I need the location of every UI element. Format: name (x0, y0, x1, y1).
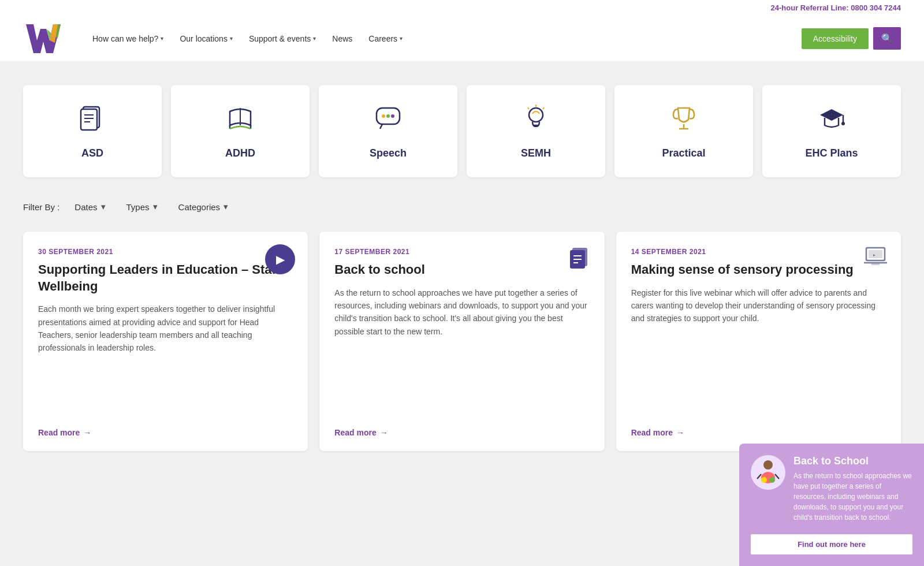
chevron-down-icon: ▾ (101, 202, 106, 212)
filter-types[interactable]: Types ▾ (121, 198, 163, 215)
nav-our-locations[interactable]: Our locations ▾ (174, 29, 238, 48)
svg-marker-23 (820, 109, 843, 121)
category-label-adhd: ADHD (225, 147, 255, 159)
svg-point-25 (841, 122, 845, 125)
nav-how-can-we-help[interactable]: How can we help? ▾ (87, 29, 169, 48)
chevron-down-icon: ▾ (161, 35, 163, 42)
top-bar: 24-hour Referral Line: 0800 304 7244 (0, 0, 924, 16)
popup-desc: As the return to school approaches we ha… (793, 471, 912, 474)
bulb-icon (521, 103, 551, 139)
article-title-0: Supporting Leaders in Education – Staff … (38, 262, 293, 295)
article-title-2: Making sense of sensory processing (631, 262, 886, 278)
nav-news[interactable]: News (326, 29, 358, 48)
svg-point-13 (382, 114, 385, 118)
chevron-down-icon: ▾ (223, 202, 228, 212)
laptop-icon (863, 244, 888, 273)
search-button[interactable]: 🔍 (873, 27, 901, 50)
article-cards: ▶ 30 SEPTEMBER 2021 Supporting Leaders i… (23, 232, 901, 451)
popup-header: Back to School As the return to school a… (751, 455, 912, 474)
category-label-semh: SEMH (521, 147, 551, 159)
article-read-more-1[interactable]: Read more → (334, 428, 589, 437)
nav-bar: How can we help? ▾ Our locations ▾ Suppo… (0, 16, 924, 62)
article-date-1: 17 SEPTEMBER 2021 (334, 248, 589, 256)
svg-point-14 (386, 114, 390, 118)
svg-point-15 (391, 114, 394, 118)
document-icon (77, 103, 107, 139)
article-read-more-2[interactable]: Read more → (631, 428, 886, 437)
category-card-ehc[interactable]: EHC Plans (762, 85, 901, 177)
category-label-asd: ASD (81, 147, 103, 159)
svg-rect-32 (869, 250, 882, 258)
article-read-more-0[interactable]: Read more → (38, 428, 293, 437)
filter-bar: Filter By : Dates ▾ Types ▾ Categories ▾ (23, 198, 901, 215)
category-card-asd[interactable]: ASD (23, 85, 162, 177)
popup-content: Back to School As the return to school a… (793, 455, 912, 474)
article-date-2: 14 SEPTEMBER 2021 (631, 248, 886, 256)
article-desc-0: Each month we bring expert speakers toge… (38, 303, 293, 414)
article-desc-1: As the return to school approaches we ha… (334, 286, 589, 414)
svg-point-16 (529, 108, 543, 122)
book-icon (225, 103, 255, 139)
nav-right: Accessibility 🔍 (802, 27, 901, 50)
referral-line: 24-hour Referral Line: 0800 304 7244 (771, 3, 901, 12)
arrow-right-icon: → (676, 428, 684, 437)
article-title-1: Back to school (334, 262, 589, 278)
category-cards: ASD ADHD (23, 85, 901, 177)
category-card-practical[interactable]: Practical (614, 85, 753, 177)
chevron-down-icon: ▾ (400, 35, 403, 42)
article-date-0: 30 SEPTEMBER 2021 (38, 248, 293, 256)
svg-rect-7 (81, 109, 97, 130)
svg-line-20 (528, 107, 529, 109)
category-card-adhd[interactable]: ADHD (171, 85, 310, 177)
svg-point-36 (761, 472, 775, 474)
nav-links: How can we help? ▾ Our locations ▾ Suppo… (87, 29, 802, 48)
filter-by-label: Filter By : (23, 202, 59, 212)
arrow-right-icon: → (83, 428, 91, 437)
category-label-speech: Speech (370, 147, 407, 159)
popup-overlay: Back to School As the return to school a… (739, 444, 924, 474)
chevron-down-icon: ▾ (230, 35, 233, 42)
logo[interactable] (23, 18, 64, 59)
svg-point-35 (763, 460, 773, 470)
popup-title: Back to School (793, 455, 912, 467)
filter-dates[interactable]: Dates ▾ (69, 198, 111, 215)
chevron-down-icon: ▾ (153, 202, 158, 212)
category-label-ehc: EHC Plans (805, 147, 858, 159)
docs-icon (567, 244, 592, 275)
arrow-right-icon: → (380, 428, 388, 437)
article-desc-2: Register for this live webinar which wil… (631, 286, 886, 414)
chevron-down-icon: ▾ (313, 35, 316, 42)
accessibility-button[interactable]: Accessibility (802, 28, 869, 49)
nav-support-events[interactable]: Support & events ▾ (243, 29, 322, 48)
category-card-speech[interactable]: Speech (319, 85, 457, 177)
trophy-icon (669, 103, 699, 139)
article-card-2: 14 SEPTEMBER 2021 Making sense of sensor… (616, 232, 901, 451)
video-icon: ▶ (265, 244, 295, 274)
category-label-practical: Practical (662, 147, 705, 159)
svg-line-19 (543, 107, 544, 109)
filter-categories[interactable]: Categories ▾ (173, 198, 234, 215)
category-card-semh[interactable]: SEMH (467, 85, 605, 177)
main-content: ASD ADHD (0, 62, 924, 474)
chat-icon (373, 103, 403, 139)
graduation-icon (817, 103, 847, 139)
article-card-0: ▶ 30 SEPTEMBER 2021 Supporting Leaders i… (23, 232, 308, 451)
nav-careers[interactable]: Careers ▾ (363, 29, 408, 48)
popup-avatar (751, 455, 785, 474)
article-card-1: 17 SEPTEMBER 2021 Back to school As the … (319, 232, 604, 451)
search-icon: 🔍 (881, 33, 893, 43)
